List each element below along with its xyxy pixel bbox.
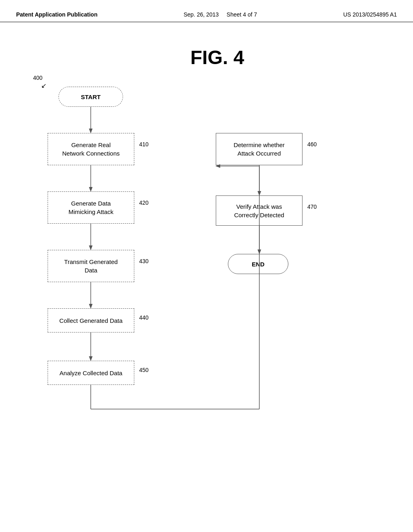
- patent-number: US 2013/0254895 A1: [343, 11, 397, 18]
- box-440: Collect Generated Data: [48, 308, 134, 332]
- label-410: 410: [139, 141, 148, 148]
- date: Sep. 26, 2013: [184, 11, 219, 18]
- end-node: END: [228, 254, 288, 274]
- label-430: 430: [139, 258, 148, 264]
- box-470: Verify Attack was Correctly Detected: [216, 195, 302, 226]
- label-400: 400: [33, 75, 42, 81]
- sheet: Sheet 4 of 7: [227, 11, 257, 18]
- label-420: 420: [139, 200, 148, 206]
- arrow-400: ↙: [41, 82, 46, 89]
- diagram-area: FIG. 4 400 ↙ START Generate Real Network…: [0, 22, 413, 522]
- figure-label: FIG. 4: [190, 46, 244, 69]
- date-sheet: Sep. 26, 2013 Sheet 4 of 7: [184, 11, 257, 18]
- label-460: 460: [307, 141, 317, 148]
- box-450: Analyze Collected Data: [48, 361, 134, 385]
- label-450: 450: [139, 367, 148, 373]
- box-420: Generate Data Mimicking Attack: [48, 191, 134, 224]
- label-440: 440: [139, 314, 148, 321]
- box-410: Generate Real Network Connections: [48, 133, 134, 165]
- page-header: Patent Application Publication Sep. 26, …: [0, 0, 413, 22]
- publication-label: Patent Application Publication: [16, 11, 98, 18]
- label-470: 470: [307, 204, 317, 210]
- box-430: Transmit Generated Data: [48, 250, 134, 282]
- start-node: START: [58, 87, 123, 107]
- box-460: Determine whether Attack Occurred: [216, 133, 302, 165]
